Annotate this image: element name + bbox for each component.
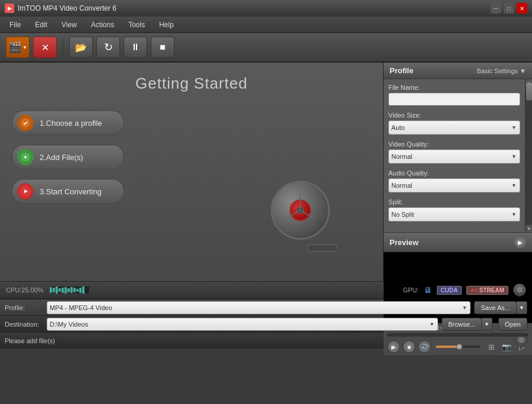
file-name-input[interactable] bbox=[388, 93, 520, 106]
save-as-dropdown-button[interactable]: ▼ bbox=[517, 301, 527, 314]
cuda-badge[interactable]: CUDA bbox=[437, 286, 462, 295]
screenshot-button[interactable]: ⊞ bbox=[485, 340, 498, 353]
refresh-button[interactable]: ↻ bbox=[96, 37, 120, 58]
stop-preview-button[interactable]: ■ bbox=[403, 340, 416, 353]
pause-button[interactable]: ⏸ bbox=[124, 37, 147, 58]
maximize-button[interactable]: □ bbox=[504, 3, 514, 14]
menu-actions[interactable]: Actions bbox=[84, 18, 121, 31]
profile-row-label: Profile: bbox=[5, 304, 43, 311]
gpu-settings-button[interactable]: ⚙ bbox=[513, 284, 526, 297]
step1-icon bbox=[17, 115, 34, 131]
menu-help[interactable]: Help bbox=[152, 18, 181, 31]
preview-panel-title: Preview bbox=[390, 238, 419, 247]
video-size-select[interactable]: Auto 320x240 640x480 1280x720 bbox=[388, 120, 520, 135]
basic-settings-button[interactable]: Basic Settings ▼ bbox=[476, 67, 526, 74]
cpu-bar-seg bbox=[53, 288, 55, 292]
audio-quality-label: Audio Quality: bbox=[388, 170, 520, 177]
cpu-meter bbox=[48, 286, 90, 294]
cpu-bar-seg bbox=[73, 288, 76, 292]
video-quality-label: Video Quality: bbox=[388, 141, 520, 148]
ati-label: ATI bbox=[471, 288, 478, 293]
svg-marker-5 bbox=[24, 190, 28, 193]
save-as-group: Save As... ▼ bbox=[474, 301, 527, 314]
add-file-button[interactable]: 🎬 ▼ bbox=[6, 37, 30, 58]
preview-progress-bar[interactable] bbox=[384, 333, 532, 337]
audio-quality-select-wrapper: Normal Low High Custom bbox=[388, 178, 520, 193]
cpu-bar-seg bbox=[50, 287, 52, 293]
audio-quality-field: Audio Quality: Normal Low High Custom bbox=[388, 170, 520, 193]
gpu-icons: 🖥 bbox=[424, 285, 432, 295]
app-title: ImTOO MP4 Video Converter 6 bbox=[18, 4, 116, 12]
cpu-usage-label: CPU:25.00% bbox=[6, 286, 44, 294]
add-dropdown-arrow[interactable]: ▼ bbox=[22, 45, 27, 50]
preview-expand-button[interactable]: ▶ bbox=[514, 236, 526, 248]
remove-icon: ✕ bbox=[41, 42, 49, 53]
stop-button[interactable]: ■ bbox=[151, 37, 174, 58]
film-reel-decoration bbox=[271, 181, 336, 246]
output-folder-button[interactable]: 📂 bbox=[69, 37, 93, 58]
window-controls: ─ □ ✕ bbox=[491, 3, 527, 14]
cpu-bar-seg bbox=[61, 288, 64, 293]
start-converting-button[interactable]: 3.Start Converting bbox=[12, 179, 124, 204]
add-files-button[interactable]: 2.Add File(s) bbox=[12, 145, 124, 170]
browse-button[interactable]: Browse... bbox=[442, 318, 482, 331]
destination-label: Destination: bbox=[5, 321, 43, 328]
pause-icon: ⏸ bbox=[131, 42, 140, 53]
video-size-select-wrapper: Auto 320x240 640x480 1280x720 bbox=[388, 120, 520, 135]
folder-icon: 📂 bbox=[75, 42, 87, 53]
video-quality-select-wrapper: Normal Low High Custom bbox=[388, 149, 520, 164]
open-button[interactable]: Open bbox=[498, 318, 527, 331]
browse-group: Browse... ▼ bbox=[442, 318, 492, 331]
video-quality-field: Video Quality: Normal Low High Custom bbox=[388, 141, 520, 164]
play-button[interactable]: ▶ bbox=[387, 340, 400, 353]
destination-select[interactable]: D:\My Videos bbox=[47, 318, 438, 331]
cpu-bar-seg bbox=[82, 286, 85, 294]
profile-select[interactable]: MP4 - MPEG-4 Video AVI MOV bbox=[47, 301, 471, 314]
scrollbar-down-arrow[interactable]: ▼ bbox=[525, 225, 532, 232]
toolbar: 🎬 ▼ ✕ 📂 ↻ ⏸ ■ bbox=[0, 33, 532, 63]
save-as-button[interactable]: Save As... bbox=[474, 301, 517, 314]
content-area: Getting Started 1.Choose a profile 2.Add… bbox=[0, 63, 383, 281]
clip-button[interactable]: 📷 bbox=[500, 340, 513, 353]
cpu-bar-seg bbox=[59, 288, 61, 292]
step2-label: 2.Add File(s) bbox=[40, 153, 83, 162]
cpu-bar-seg bbox=[67, 288, 70, 292]
menu-edit[interactable]: Edit bbox=[28, 18, 54, 31]
cpu-bar-seg bbox=[79, 288, 82, 293]
ati-stream-badge[interactable]: ATI STREAM bbox=[466, 286, 508, 295]
menu-view[interactable]: View bbox=[54, 18, 84, 31]
browse-dropdown-button[interactable]: ▼ bbox=[482, 318, 492, 331]
close-button[interactable]: ✕ bbox=[517, 3, 527, 14]
minimize-button[interactable]: ─ bbox=[491, 3, 501, 14]
menu-tools[interactable]: Tools bbox=[121, 18, 152, 31]
split-field: Split: No Split By Time By Size bbox=[388, 198, 520, 221]
volume-slider[interactable] bbox=[436, 346, 480, 348]
video-size-label: Video Size: bbox=[388, 112, 520, 119]
right-panel-scrollbar[interactable]: ▲ ▼ bbox=[525, 79, 532, 232]
split-select[interactable]: No Split By Time By Size bbox=[388, 207, 520, 221]
main-content: Getting Started 1.Choose a profile 2.Add… bbox=[0, 63, 532, 281]
add-icon: 🎬 bbox=[8, 41, 21, 54]
right-panel: Profile Basic Settings ▼ File Name: Vide… bbox=[383, 63, 532, 281]
stop-icon: ■ bbox=[160, 42, 166, 53]
file-name-field: File Name: bbox=[388, 84, 520, 106]
step1-label: 1.Choose a profile bbox=[40, 119, 102, 128]
cpu-bar-seg bbox=[70, 287, 73, 293]
profile-panel: Profile Basic Settings ▼ File Name: Vide… bbox=[384, 63, 532, 232]
toolbar-separator-1 bbox=[63, 38, 63, 56]
volume-button[interactable]: 🔊 bbox=[418, 340, 431, 353]
scrollbar-thumb[interactable] bbox=[526, 83, 532, 100]
refresh-icon: ↻ bbox=[104, 41, 113, 54]
profile-fields: File Name: Video Size: Auto 320x240 640x… bbox=[384, 79, 525, 232]
choose-profile-button[interactable]: 1.Choose a profile bbox=[12, 110, 124, 135]
profile-panel-title: Profile bbox=[390, 66, 413, 75]
remove-button[interactable]: ✕ bbox=[33, 37, 57, 58]
menu-file[interactable]: File bbox=[2, 18, 28, 31]
cpu-bar-seg bbox=[56, 286, 58, 294]
audio-quality-select[interactable]: Normal Low High Custom bbox=[388, 178, 520, 193]
file-name-label: File Name: bbox=[388, 84, 520, 91]
menu-bar: File Edit View Actions Tools Help bbox=[0, 17, 532, 33]
svg-point-0 bbox=[22, 119, 29, 126]
video-quality-select[interactable]: Normal Low High Custom bbox=[388, 149, 520, 164]
gpu-label: GPU: bbox=[403, 286, 419, 294]
